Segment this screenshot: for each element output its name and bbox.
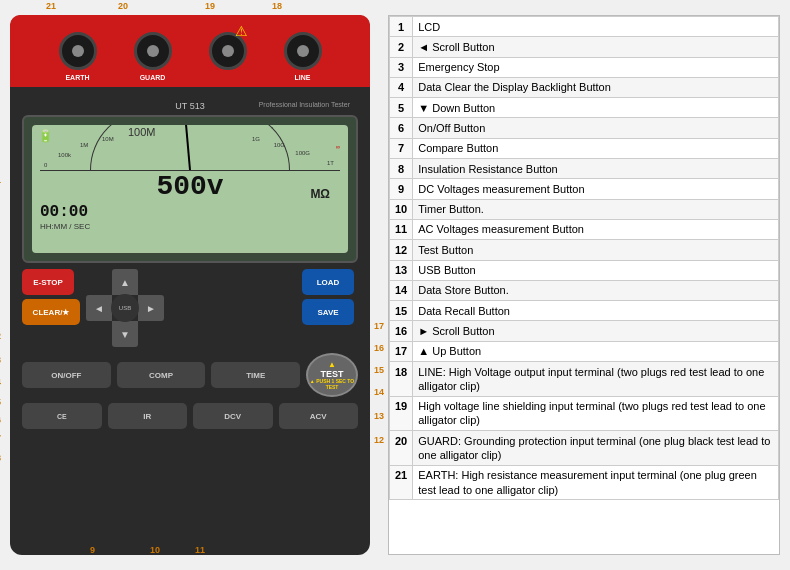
lcd-time: 00:00 <box>40 203 340 221</box>
table-row: 8Insulation Resistance Button <box>390 159 779 179</box>
table-num: 14 <box>390 280 413 300</box>
table-num: 1 <box>390 17 413 37</box>
table-desc: ▼ Down Button <box>413 98 779 118</box>
label-21: 21 <box>46 1 56 11</box>
dpad: ▲ ▼ ◄ ► USB <box>86 269 164 347</box>
device-subtitle: Professional Insulation Tester <box>259 101 350 108</box>
table-num: 3 <box>390 57 413 77</box>
table-row: 17▲ Up Button <box>390 341 779 361</box>
table-desc: Emergency Stop <box>413 57 779 77</box>
label-10: 10 <box>150 545 160 555</box>
test-button[interactable]: ▲ TEST ▲ PUSH 1 SEC TO TEST <box>306 353 358 397</box>
lcd-display: 🔋 0 100k 1M 10M 100M 1G 10G 100G 1T ∞ 50… <box>32 125 348 253</box>
label-8: 8 <box>0 453 1 463</box>
table-row: 20GUARD: Grounding protection input term… <box>390 431 779 466</box>
label-6: 6 <box>0 415 1 425</box>
terminal-guard[interactable]: GUARD <box>134 32 172 70</box>
table-desc: ▲ Up Button <box>413 341 779 361</box>
terminal-line[interactable]: LINE <box>284 32 322 70</box>
lcd-unit: MΩ <box>310 187 330 201</box>
table-num: 17 <box>390 341 413 361</box>
table-num: 10 <box>390 199 413 219</box>
table-row: 12Test Button <box>390 240 779 260</box>
label-14: 14 <box>374 387 384 397</box>
table-num: 16 <box>390 321 413 341</box>
buttons-area: E-STOP CLEAR/★ ▲ ▼ ◄ ► USB LOAD SAVE ON/… <box>10 269 370 429</box>
comp-button[interactable]: COMP <box>117 362 206 388</box>
label-3: 3 <box>0 355 1 365</box>
table-desc: LCD <box>413 17 779 37</box>
table-num: 19 <box>390 396 413 431</box>
terminal-earth[interactable]: EARTH <box>59 32 97 70</box>
table-row: 13USB Button <box>390 260 779 280</box>
table-row: 16► Scroll Button <box>390 321 779 341</box>
terminal-hv[interactable]: ⚠ <box>209 32 247 70</box>
lcd-value: 500v <box>156 171 223 202</box>
table-row: 21EARTH: High resistance measurement inp… <box>390 465 779 500</box>
table-row: 2◄ Scroll Button <box>390 37 779 57</box>
label-20: 20 <box>118 1 128 11</box>
table-row: 10Timer Button. <box>390 199 779 219</box>
table-desc: LINE: High Voltage output input terminal… <box>413 362 779 397</box>
dpad-up-button[interactable]: ▲ <box>112 269 138 295</box>
reference-table: 1LCD2◄ Scroll Button3Emergency Stop4Data… <box>388 15 780 555</box>
table-row: 1LCD <box>390 17 779 37</box>
table-desc: Data Store Button. <box>413 280 779 300</box>
dpad-right-button[interactable]: ► <box>138 295 164 321</box>
dpad-left-button[interactable]: ◄ <box>86 295 112 321</box>
table-desc: ► Scroll Button <box>413 321 779 341</box>
table-desc: AC Voltages measurement Button <box>413 219 779 239</box>
table-desc: Timer Button. <box>413 199 779 219</box>
test-button-area: ▲ TEST ▲ PUSH 1 SEC TO TEST <box>306 353 358 397</box>
label-19: 19 <box>205 1 215 11</box>
label-2: 2 <box>0 331 1 341</box>
table-num: 8 <box>390 159 413 179</box>
label-12: 12 <box>374 435 384 445</box>
table-row: 6On/Off Button <box>390 118 779 138</box>
table-desc: USB Button <box>413 260 779 280</box>
table-desc: High voltage line shielding input termin… <box>413 396 779 431</box>
table-num: 5 <box>390 98 413 118</box>
label-16: 16 <box>374 343 384 353</box>
dcv-button[interactable]: DCV <box>193 403 273 429</box>
table-num: 6 <box>390 118 413 138</box>
label-17: 17 <box>374 321 384 331</box>
onoff-button[interactable]: ON/OFF <box>22 362 111 388</box>
lcd-scale: 0 100k 1M 10M 100M 1G 10G 100G 1T ∞ <box>40 131 340 171</box>
time-button[interactable]: TIME <box>211 362 300 388</box>
table-desc: GUARD: Grounding protection input termin… <box>413 431 779 466</box>
label-13: 13 <box>374 411 384 421</box>
table-row: 14Data Store Button. <box>390 280 779 300</box>
table-num: 2 <box>390 37 413 57</box>
table-num: 9 <box>390 179 413 199</box>
save-button[interactable]: SAVE <box>302 299 354 325</box>
label-18: 18 <box>272 1 282 11</box>
dpad-center: USB <box>111 294 139 322</box>
lcd-time-label: HH:MM / SEC <box>40 222 340 231</box>
dpad-down-button[interactable]: ▼ <box>112 321 138 347</box>
estop-button[interactable]: E-STOP <box>22 269 74 295</box>
clear-button[interactable]: CLEAR/★ <box>22 299 80 325</box>
table-num: 11 <box>390 219 413 239</box>
device-model: UT 513 <box>175 101 204 111</box>
ir-button[interactable]: IR <box>108 403 188 429</box>
table-num: 20 <box>390 431 413 466</box>
table-num: 12 <box>390 240 413 260</box>
table-desc: EARTH: High resistance measurement input… <box>413 465 779 500</box>
label-5: 5 <box>0 397 1 407</box>
table-row: 4Data Clear the Display Backlight Button <box>390 77 779 97</box>
load-button[interactable]: LOAD <box>302 269 354 295</box>
acv-button[interactable]: ACV <box>279 403 359 429</box>
label-7: 7 <box>0 433 1 443</box>
table-num: 4 <box>390 77 413 97</box>
table-row: 15Data Recall Button <box>390 301 779 321</box>
label-1: 1 <box>0 175 1 185</box>
table-desc: ◄ Scroll Button <box>413 37 779 57</box>
label-15: 15 <box>374 365 384 375</box>
table-row: 5▼ Down Button <box>390 98 779 118</box>
table-desc: Data Recall Button <box>413 301 779 321</box>
ce-label: CE <box>22 403 102 429</box>
label-4: 4 <box>0 377 1 387</box>
label-11: 11 <box>195 545 205 555</box>
table-num: 18 <box>390 362 413 397</box>
